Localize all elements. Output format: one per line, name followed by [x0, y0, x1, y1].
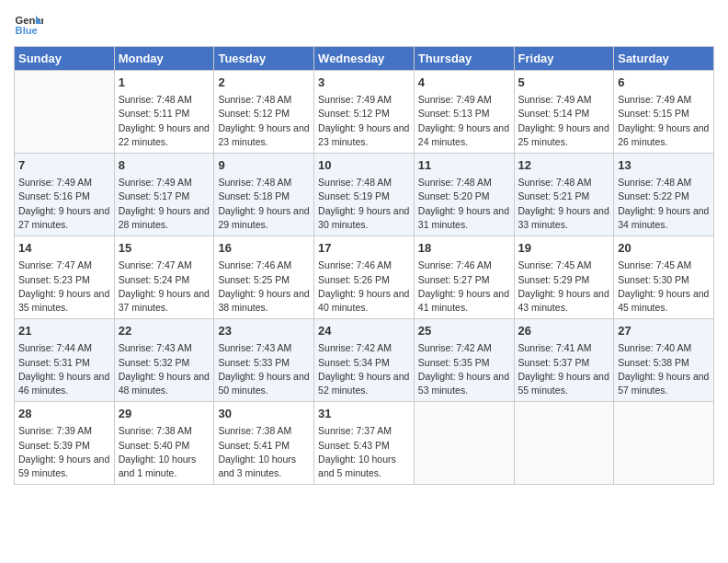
- logo-icon: General Blue: [14, 9, 43, 39]
- cell-detail: Sunrise: 7:48 AM: [518, 176, 610, 190]
- cell-detail: Sunrise: 7:49 AM: [318, 93, 410, 107]
- day-number: 6: [618, 75, 710, 91]
- cell-detail: Sunrise: 7:45 AM: [618, 259, 710, 272]
- cell-detail: Daylight: 9 hours and 25 minutes.: [518, 121, 610, 149]
- cell-detail: Sunset: 5:18 PM: [218, 190, 310, 203]
- cell-detail: Sunset: 5:35 PM: [418, 356, 510, 370]
- cell-detail: Sunrise: 7:43 AM: [218, 341, 310, 355]
- day-number: 11: [418, 157, 510, 174]
- calendar-cell: [614, 402, 714, 485]
- day-number: 12: [518, 157, 610, 174]
- cell-detail: Daylight: 9 hours and 31 minutes.: [418, 204, 510, 232]
- calendar-week-1: 1Sunrise: 7:48 AMSunset: 5:11 PMDaylight…: [15, 71, 714, 154]
- cell-detail: Sunset: 5:21 PM: [518, 190, 610, 203]
- calendar-table: SundayMondayTuesdayWednesdayThursdayFrid…: [14, 46, 714, 485]
- day-number: 27: [618, 323, 710, 339]
- cell-detail: Sunset: 5:41 PM: [218, 439, 310, 453]
- calendar-cell: 20Sunrise: 7:45 AMSunset: 5:30 PMDayligh…: [614, 236, 714, 319]
- cell-detail: Sunset: 5:19 PM: [318, 190, 410, 203]
- cell-detail: Sunset: 5:34 PM: [318, 356, 410, 370]
- cell-detail: Daylight: 9 hours and 24 minutes.: [418, 121, 510, 149]
- cell-detail: Sunset: 5:29 PM: [518, 273, 610, 287]
- cell-detail: Sunset: 5:30 PM: [618, 273, 710, 287]
- cell-detail: Daylight: 9 hours and 29 minutes.: [218, 204, 310, 232]
- cell-detail: Sunrise: 7:42 AM: [318, 341, 410, 355]
- calendar-cell: 24Sunrise: 7:42 AMSunset: 5:34 PMDayligh…: [314, 319, 415, 402]
- cell-detail: Sunset: 5:12 PM: [318, 107, 410, 121]
- cell-detail: Sunset: 5:11 PM: [119, 107, 210, 121]
- cell-detail: Daylight: 9 hours and 28 minutes.: [119, 204, 210, 232]
- cell-detail: Sunset: 5:20 PM: [418, 190, 510, 203]
- calendar-cell: [15, 71, 115, 154]
- cell-detail: Sunrise: 7:37 AM: [318, 424, 410, 438]
- cell-detail: Daylight: 9 hours and 34 minutes.: [618, 204, 710, 232]
- cell-detail: Daylight: 10 hours and 3 minutes.: [218, 453, 310, 480]
- day-number: 14: [18, 240, 110, 257]
- cell-detail: Sunrise: 7:47 AM: [119, 259, 210, 272]
- cell-detail: Sunrise: 7:48 AM: [218, 93, 310, 107]
- day-number: 24: [318, 323, 410, 339]
- cell-detail: Sunrise: 7:42 AM: [418, 341, 510, 355]
- cell-detail: Sunrise: 7:47 AM: [18, 259, 110, 272]
- cell-detail: Sunset: 5:26 PM: [318, 273, 410, 287]
- calendar-cell: 31Sunrise: 7:37 AMSunset: 5:43 PMDayligh…: [314, 402, 415, 485]
- cell-detail: Sunrise: 7:41 AM: [518, 341, 610, 355]
- cell-detail: Daylight: 9 hours and 30 minutes.: [318, 204, 410, 232]
- cell-detail: Sunset: 5:27 PM: [418, 273, 510, 287]
- day-number: 13: [618, 157, 710, 174]
- calendar-week-5: 28Sunrise: 7:39 AMSunset: 5:39 PMDayligh…: [15, 402, 714, 485]
- cell-detail: Sunrise: 7:44 AM: [18, 341, 110, 355]
- cell-detail: Daylight: 9 hours and 57 minutes.: [618, 370, 710, 397]
- weekday-header-monday: Monday: [114, 47, 214, 71]
- cell-detail: Sunset: 5:37 PM: [518, 356, 610, 370]
- cell-detail: Sunrise: 7:48 AM: [218, 176, 310, 190]
- calendar-cell: 1Sunrise: 7:48 AMSunset: 5:11 PMDaylight…: [114, 71, 214, 154]
- cell-detail: Sunrise: 7:49 AM: [618, 93, 710, 107]
- cell-detail: Sunset: 5:22 PM: [618, 190, 710, 203]
- cell-detail: Sunrise: 7:39 AM: [18, 424, 110, 438]
- calendar-cell: 3Sunrise: 7:49 AMSunset: 5:12 PMDaylight…: [314, 71, 415, 154]
- calendar-cell: 17Sunrise: 7:46 AMSunset: 5:26 PMDayligh…: [314, 236, 415, 319]
- cell-detail: Daylight: 9 hours and 23 minutes.: [318, 121, 410, 149]
- cell-detail: Daylight: 9 hours and 53 minutes.: [418, 370, 510, 397]
- weekday-header-saturday: Saturday: [614, 47, 714, 71]
- calendar-cell: 28Sunrise: 7:39 AMSunset: 5:39 PMDayligh…: [15, 402, 115, 485]
- cell-detail: Sunset: 5:31 PM: [18, 356, 110, 370]
- cell-detail: Sunset: 5:40 PM: [119, 439, 210, 453]
- cell-detail: Sunrise: 7:48 AM: [418, 176, 510, 190]
- cell-detail: Sunset: 5:12 PM: [218, 107, 310, 121]
- cell-detail: Sunrise: 7:38 AM: [119, 424, 210, 438]
- cell-detail: Sunrise: 7:38 AM: [218, 424, 310, 438]
- cell-detail: Daylight: 9 hours and 50 minutes.: [218, 370, 310, 397]
- cell-detail: Sunset: 5:32 PM: [119, 356, 210, 370]
- calendar-cell: 27Sunrise: 7:40 AMSunset: 5:38 PMDayligh…: [614, 319, 714, 402]
- page-container: General Blue SundayMondayTuesdayWednesda…: [0, 0, 728, 563]
- cell-detail: Sunrise: 7:48 AM: [318, 176, 410, 190]
- day-number: 21: [18, 323, 110, 339]
- weekday-header-wednesday: Wednesday: [314, 47, 415, 71]
- cell-detail: Sunset: 5:17 PM: [119, 190, 210, 203]
- cell-detail: Sunrise: 7:48 AM: [618, 176, 710, 190]
- logo: General Blue: [14, 9, 43, 39]
- calendar-cell: 12Sunrise: 7:48 AMSunset: 5:21 PMDayligh…: [514, 154, 614, 236]
- calendar-cell: 21Sunrise: 7:44 AMSunset: 5:31 PMDayligh…: [15, 319, 115, 402]
- cell-detail: Sunset: 5:39 PM: [18, 439, 110, 453]
- calendar-week-2: 7Sunrise: 7:49 AMSunset: 5:16 PMDaylight…: [15, 154, 714, 236]
- cell-detail: Daylight: 10 hours and 1 minute.: [119, 453, 210, 480]
- svg-text:Blue: Blue: [16, 25, 38, 36]
- cell-detail: Sunset: 5:16 PM: [18, 190, 110, 203]
- day-number: 4: [418, 75, 510, 91]
- cell-detail: Sunset: 5:23 PM: [18, 273, 110, 287]
- cell-detail: Daylight: 9 hours and 55 minutes.: [518, 370, 610, 397]
- calendar-cell: [414, 402, 514, 485]
- calendar-cell: 7Sunrise: 7:49 AMSunset: 5:16 PMDaylight…: [15, 154, 115, 236]
- calendar-cell: 13Sunrise: 7:48 AMSunset: 5:22 PMDayligh…: [614, 154, 714, 236]
- cell-detail: Sunset: 5:15 PM: [618, 107, 710, 121]
- day-number: 26: [518, 323, 610, 339]
- cell-detail: Sunset: 5:14 PM: [518, 107, 610, 121]
- day-number: 5: [518, 75, 610, 91]
- cell-detail: Sunrise: 7:49 AM: [518, 93, 610, 107]
- cell-detail: Sunrise: 7:49 AM: [418, 93, 510, 107]
- cell-detail: Sunrise: 7:45 AM: [518, 259, 610, 272]
- calendar-cell: 5Sunrise: 7:49 AMSunset: 5:14 PMDaylight…: [514, 71, 614, 154]
